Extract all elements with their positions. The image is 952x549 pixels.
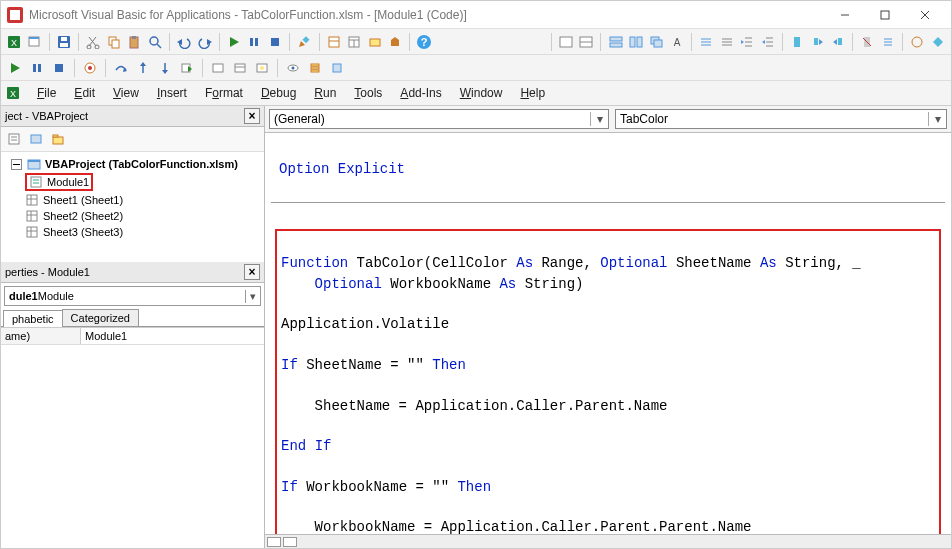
prev-bookmark-icon[interactable] xyxy=(829,32,847,52)
clear-bookmarks-icon[interactable] xyxy=(858,32,876,52)
immediate-window-icon[interactable] xyxy=(230,58,250,78)
step-over-icon[interactable] xyxy=(111,58,131,78)
svg-marker-83 xyxy=(162,70,168,74)
toggle-folders-icon[interactable] xyxy=(49,130,67,148)
menu-edit[interactable]: Edit xyxy=(66,84,103,102)
menu-window[interactable]: Window xyxy=(452,84,511,102)
break-all-icon[interactable] xyxy=(27,58,47,78)
design-mode-icon[interactable] xyxy=(295,32,313,52)
tree-sheet2[interactable]: Sheet2 (Sheet2) xyxy=(23,208,262,224)
chevron-down-icon[interactable]: ▾ xyxy=(245,290,256,303)
maximize-button[interactable] xyxy=(865,4,905,26)
copy-icon[interactable] xyxy=(105,32,123,52)
extra-1-icon[interactable] xyxy=(879,32,897,52)
svg-point-92 xyxy=(292,66,295,69)
bookmark-icon[interactable] xyxy=(788,32,806,52)
svg-point-78 xyxy=(88,66,92,70)
zoom-toggle-icon[interactable]: A xyxy=(668,32,686,52)
compile-icon[interactable] xyxy=(327,58,347,78)
cascade-icon[interactable] xyxy=(647,32,665,52)
comment-block-icon[interactable] xyxy=(697,32,715,52)
menu-addins[interactable]: Add-Ins xyxy=(392,84,449,102)
tab-categorized[interactable]: Categorized xyxy=(62,309,139,326)
procedure-dropdown[interactable]: TabColor ▾ xyxy=(615,109,947,129)
step-out-icon[interactable] xyxy=(133,58,153,78)
project-explorer-icon[interactable] xyxy=(324,32,342,52)
reset-icon[interactable] xyxy=(266,32,284,52)
procedure-view-tab[interactable] xyxy=(267,537,281,547)
toggle-breakpoint-icon[interactable] xyxy=(80,58,100,78)
codewin-icon[interactable] xyxy=(557,32,575,52)
chevron-down-icon[interactable]: ▾ xyxy=(590,112,604,126)
extra-2-icon[interactable] xyxy=(908,32,926,52)
minus-icon[interactable] xyxy=(9,157,23,171)
toolbox-icon[interactable] xyxy=(386,32,404,52)
break-icon[interactable] xyxy=(245,32,263,52)
quick-watch-icon[interactable] xyxy=(283,58,303,78)
tree-module1[interactable]: Module1 xyxy=(23,172,262,192)
save-icon[interactable] xyxy=(55,32,73,52)
svg-marker-73 xyxy=(11,63,20,73)
prop-row-name[interactable]: ame) Module1 xyxy=(1,328,264,345)
menu-help[interactable]: Help xyxy=(512,84,553,102)
stop-icon[interactable] xyxy=(49,58,69,78)
code-editor[interactable]: Option Explicit Function TabColor(CellCo… xyxy=(265,133,951,534)
object-browser-icon[interactable] xyxy=(365,32,383,52)
arrange-horiz-icon[interactable] xyxy=(606,32,624,52)
view-excel-icon[interactable]: X xyxy=(5,32,23,52)
properties-object-selector[interactable]: dule1 Module ▾ xyxy=(4,286,261,306)
tree-sheet1[interactable]: Sheet1 (Sheet1) xyxy=(23,192,262,208)
full-module-view-tab[interactable] xyxy=(283,537,297,547)
uncomment-block-icon[interactable] xyxy=(718,32,736,52)
menu-insert[interactable]: Insert xyxy=(149,84,195,102)
menu-view[interactable]: View xyxy=(105,84,147,102)
svg-rect-25 xyxy=(255,38,258,46)
svg-marker-64 xyxy=(833,39,837,45)
paste-icon[interactable] xyxy=(125,32,143,52)
menu-tools[interactable]: Tools xyxy=(346,84,390,102)
chevron-down-icon[interactable]: ▾ xyxy=(928,112,942,126)
run-to-cursor-icon[interactable] xyxy=(177,58,197,78)
minimize-button[interactable] xyxy=(825,4,865,26)
locals-window-icon[interactable] xyxy=(208,58,228,78)
step-in-icon[interactable] xyxy=(155,58,175,78)
menu-debug[interactable]: Debug xyxy=(253,84,304,102)
call-stack-icon[interactable] xyxy=(305,58,325,78)
svg-rect-28 xyxy=(303,36,310,43)
object-dropdown[interactable]: (General) ▾ xyxy=(269,109,609,129)
procedure-separator xyxy=(271,202,945,203)
vba-app-icon xyxy=(7,7,23,23)
tab-alphabetic[interactable]: phabetic xyxy=(3,310,63,327)
redo-icon[interactable] xyxy=(195,32,213,52)
properties-window-icon[interactable] xyxy=(345,32,363,52)
view-object-icon[interactable] xyxy=(27,130,45,148)
run-icon[interactable] xyxy=(225,32,243,52)
next-bookmark-icon[interactable] xyxy=(808,32,826,52)
close-button[interactable] xyxy=(905,4,945,26)
undo-icon[interactable] xyxy=(175,32,193,52)
indent-icon[interactable] xyxy=(738,32,756,52)
menu-run[interactable]: Run xyxy=(306,84,344,102)
extra-3-icon[interactable] xyxy=(928,32,946,52)
help-icon[interactable]: ? xyxy=(415,32,433,52)
tree-sheet3[interactable]: Sheet3 (Sheet3) xyxy=(23,224,262,240)
prop-name-value[interactable]: Module1 xyxy=(81,328,264,344)
code-text xyxy=(306,438,314,454)
step-into-icon[interactable] xyxy=(5,58,25,78)
project-explorer-close[interactable]: × xyxy=(244,108,260,124)
code-text: SheetName xyxy=(668,255,760,271)
menu-file[interactable]: File xyxy=(29,84,64,102)
find-icon[interactable] xyxy=(146,32,164,52)
arrange-vert-icon[interactable] xyxy=(627,32,645,52)
watch-window-icon[interactable] xyxy=(252,58,272,78)
view-code-icon[interactable] xyxy=(5,130,23,148)
tree-project-root[interactable]: VBAProject (TabColorFunction.xlsm) xyxy=(3,156,262,172)
properties-close[interactable]: × xyxy=(244,264,260,280)
insert-userform-icon[interactable] xyxy=(25,32,43,52)
split-icon[interactable] xyxy=(577,32,595,52)
outdent-icon[interactable] xyxy=(758,32,776,52)
code-text xyxy=(281,276,315,292)
menu-format[interactable]: Format xyxy=(197,84,251,102)
cut-icon[interactable] xyxy=(84,32,102,52)
project-tree[interactable]: VBAProject (TabColorFunction.xlsm) Modul… xyxy=(1,152,264,262)
